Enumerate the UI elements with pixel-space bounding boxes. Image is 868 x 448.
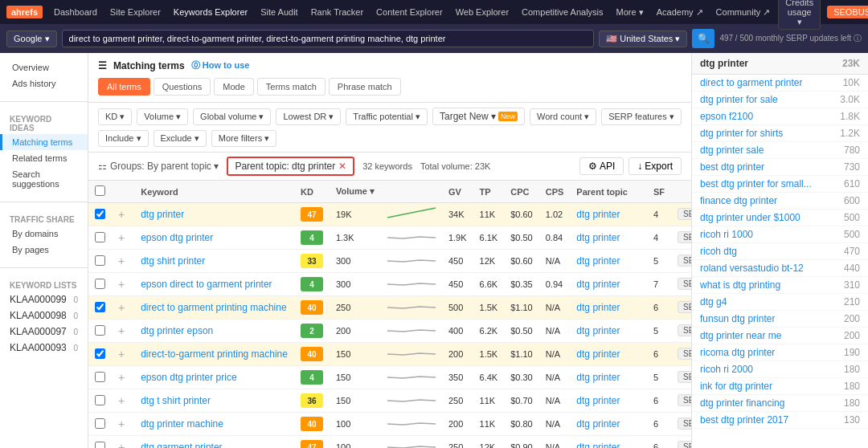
country-select[interactable]: 🇺🇸 United States ▾ (599, 31, 687, 47)
kw-group-item[interactable]: direct to garment printer10K (692, 75, 868, 92)
filter-lowest-dr[interactable]: Lowest DR ▾ (276, 108, 341, 125)
plus-icon[interactable]: + (118, 441, 125, 448)
serp-button[interactable]: SERP (678, 371, 691, 383)
search-input[interactable] (62, 30, 595, 47)
row-serp-cell[interactable]: SERP ▲ ▼ (671, 250, 691, 273)
kw-group-item[interactable]: dtg printer near me200 (692, 328, 868, 344)
th-sf[interactable]: SF (647, 181, 671, 203)
keyword-link[interactable]: direct-to-garment printing machine (141, 348, 288, 360)
parent-topic-link[interactable]: dtg printer (576, 302, 620, 313)
filter-volume[interactable]: Volume ▾ (137, 108, 188, 125)
th-volume[interactable]: Volume ▾ (330, 181, 381, 203)
keyword-link[interactable]: dtg t shirt printer (141, 395, 211, 406)
row-serp-cell[interactable]: SERP ▲ ▼ (671, 436, 691, 449)
filter-word-count[interactable]: Word count ▾ (530, 108, 596, 125)
sidebar-item-search-suggestions[interactable]: Search suggestions (0, 166, 88, 192)
kw-group-item[interactable]: dtg g4210 (692, 294, 868, 311)
seobus-button[interactable]: SEOBUS (827, 6, 868, 18)
row-serp-cell[interactable]: SERP ▲ ▼ (671, 203, 691, 226)
th-kd[interactable]: KD (294, 181, 330, 203)
filter-exclude[interactable]: Exclude ▾ (154, 130, 207, 147)
plus-icon[interactable]: + (118, 278, 125, 291)
nav-site-audit[interactable]: Site Audit (256, 4, 302, 20)
row-serp-cell[interactable]: SERP ▲ ▼ (671, 413, 691, 436)
kw-group-item[interactable]: what is dtg printing310 (692, 277, 868, 294)
th-keyword[interactable]: Keyword (134, 181, 294, 203)
row-checkbox[interactable] (95, 255, 105, 266)
row-checkbox-cell[interactable] (88, 273, 112, 296)
engine-select[interactable]: Google ▾ (6, 31, 57, 47)
plus-icon[interactable]: + (118, 255, 125, 267)
keyword-link[interactable]: dtg printer epson (141, 325, 213, 336)
th-cpc[interactable]: CPC (504, 181, 539, 203)
row-plus-cell[interactable]: + (112, 436, 134, 449)
serp-button[interactable]: SERP (678, 394, 691, 406)
row-plus-cell[interactable]: + (112, 413, 134, 436)
plus-icon[interactable]: + (118, 301, 125, 314)
search-button[interactable]: 🔍 (692, 29, 714, 48)
sidebar-item-kl2[interactable]: KLAA0000980 (0, 307, 88, 324)
plus-icon[interactable]: + (118, 348, 125, 360)
row-checkbox-cell[interactable] (88, 296, 112, 320)
row-checkbox[interactable] (95, 279, 105, 289)
plus-icon[interactable]: + (118, 324, 125, 337)
row-checkbox[interactable] (95, 348, 105, 359)
sidebar-item-related-terms[interactable]: Related terms (0, 150, 88, 166)
groups-toggle[interactable]: ⚏ Groups: By parent topic ▾ (98, 161, 219, 172)
row-checkbox[interactable] (95, 442, 105, 449)
serp-button[interactable]: SERP (678, 348, 691, 360)
parent-topic-link[interactable]: dtg printer (576, 232, 620, 243)
tab-all-terms[interactable]: All terms (98, 78, 150, 96)
row-checkbox-cell[interactable] (88, 389, 112, 413)
filter-global-volume[interactable]: Global volume ▾ (193, 108, 271, 125)
row-checkbox[interactable] (95, 232, 105, 242)
row-plus-cell[interactable]: + (112, 389, 134, 413)
sidebar-item-by-pages[interactable]: By pages (0, 242, 88, 258)
row-checkbox-cell[interactable] (88, 343, 112, 366)
serp-button[interactable]: SERP (678, 208, 691, 220)
row-checkbox[interactable] (95, 418, 105, 429)
row-checkbox-cell[interactable] (88, 203, 112, 226)
tab-phrase-match[interactable]: Phrase match (329, 78, 401, 96)
serp-button[interactable]: SERP (678, 324, 691, 336)
filter-include[interactable]: Include ▾ (98, 130, 149, 147)
kw-group-item[interactable]: funsun dtg printer200 (692, 311, 868, 328)
row-plus-cell[interactable]: + (112, 366, 134, 389)
nav-rank-tracker[interactable]: Rank Tracker (306, 4, 368, 20)
parent-topic-link[interactable]: dtg printer (576, 325, 620, 336)
kw-group-item[interactable]: roland versastudio bt-12440 (692, 260, 868, 277)
kw-group-item[interactable]: epson f21001.8K (692, 108, 868, 125)
row-plus-cell[interactable]: + (112, 203, 134, 226)
nav-keywords-explorer[interactable]: Keywords Explorer (169, 4, 252, 20)
nav-academy[interactable]: Academy ↗ (652, 4, 708, 21)
serp-button[interactable]: SERP (678, 231, 691, 243)
row-serp-cell[interactable]: SERP ▲ ▼ (671, 296, 691, 320)
plus-icon[interactable]: + (118, 394, 125, 407)
parent-topic-link[interactable]: dtg printer (576, 255, 620, 267)
kw-group-item[interactable]: best dtg printer for small...610 (692, 176, 868, 193)
kw-group-item[interactable]: dtg printer financing180 (692, 395, 868, 412)
serp-button[interactable]: SERP (678, 301, 691, 313)
row-plus-cell[interactable]: + (112, 250, 134, 273)
kw-group-item[interactable]: dtg printer sale780 (692, 142, 868, 159)
filter-more[interactable]: More filters ▾ (211, 130, 276, 147)
sidebar-item-ads-history[interactable]: Ads history (0, 75, 88, 92)
api-button[interactable]: ⚙ API (579, 157, 624, 175)
nav-competitive-analysis[interactable]: Competitive Analysis (517, 4, 608, 20)
sidebar-item-kl3[interactable]: KLAA0000970 (0, 324, 88, 340)
serp-button[interactable]: SERP (678, 441, 691, 448)
th-cps[interactable]: CPS (539, 181, 571, 203)
tab-terms-match[interactable]: Terms match (257, 78, 326, 96)
serp-button[interactable]: SERP (678, 255, 691, 267)
row-plus-cell[interactable]: + (112, 343, 134, 366)
nav-community[interactable]: Community ↗ (711, 4, 776, 21)
parent-topic-link[interactable]: dtg printer (576, 395, 620, 406)
filter-kd[interactable]: KD ▾ (98, 108, 132, 125)
nav-more[interactable]: More ▾ (612, 4, 649, 21)
kw-group-item[interactable]: best dtg printer730 (692, 159, 868, 176)
filter-close-icon[interactable]: ✕ (338, 161, 346, 172)
row-checkbox-cell[interactable] (88, 366, 112, 389)
plus-icon[interactable]: + (118, 208, 125, 221)
keyword-link[interactable]: direct to garment printing machine (141, 302, 286, 313)
row-serp-cell[interactable]: SERP ▲ ▼ (671, 320, 691, 343)
